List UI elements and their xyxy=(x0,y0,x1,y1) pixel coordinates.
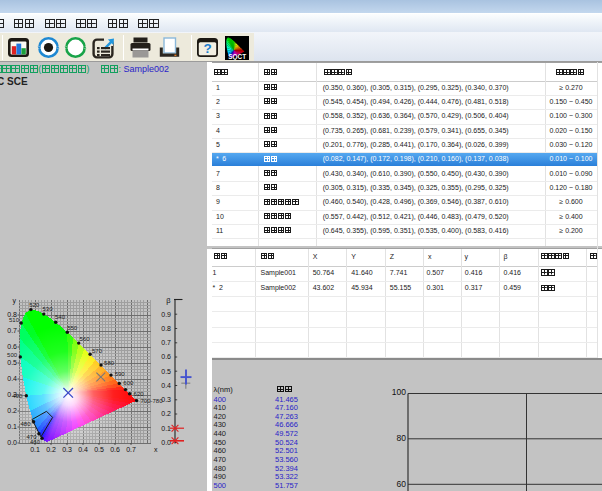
svg-text:SQCT: SQCT xyxy=(228,53,246,60)
svg-text:?: ? xyxy=(203,41,211,56)
